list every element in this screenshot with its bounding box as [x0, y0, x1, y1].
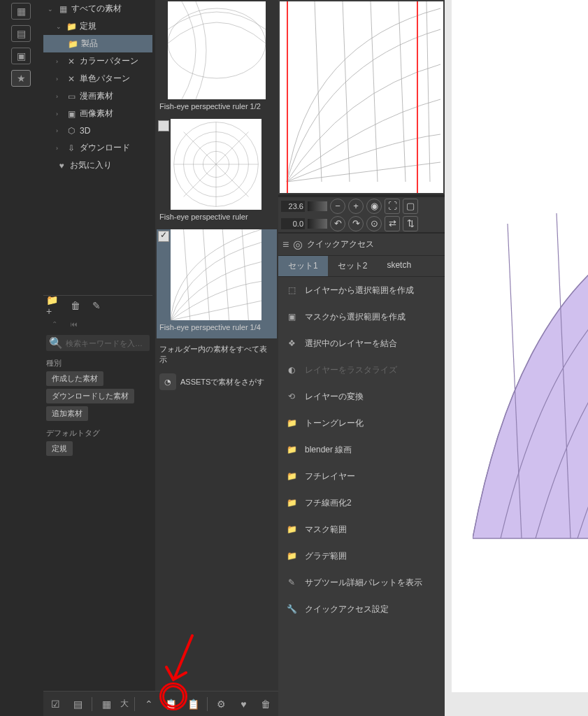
- qa-tab-set1[interactable]: セット1: [278, 256, 328, 276]
- tree-item-favorite[interactable]: ♥ お気に入り: [43, 157, 152, 174]
- qa-item-convert-layer[interactable]: ⟲レイヤーの変換: [278, 383, 445, 410]
- folder-icon: 📁: [67, 38, 78, 50]
- tag-ruler[interactable]: 定規: [46, 441, 73, 456]
- delete-folder-button[interactable]: 🗑: [67, 299, 84, 313]
- fit-button[interactable]: ◉: [366, 199, 382, 214]
- rotate-value[interactable]: 0.0: [281, 218, 305, 229]
- check-button[interactable]: ☑: [48, 696, 64, 713]
- divider: [92, 697, 92, 711]
- show-all-materials-link[interactable]: フォルダー内の素材をすべて表示: [155, 340, 278, 369]
- trash-button[interactable]: 🗑: [257, 696, 274, 713]
- settings-button[interactable]: ⚙: [213, 696, 230, 713]
- seek-icon[interactable]: ⏮: [66, 317, 83, 331]
- material-item[interactable]: Fish-eye perspective ruler: [157, 119, 277, 228]
- material-checkbox[interactable]: [158, 120, 169, 131]
- qa-item-selection-from-mask[interactable]: ▣マスクから選択範囲を作成: [278, 303, 445, 330]
- selection-icon: ⬚: [285, 284, 298, 296]
- folder-icon: 📁: [285, 470, 298, 482]
- fit-screen-button[interactable]: ⛶: [385, 199, 400, 214]
- actual-size-button[interactable]: ▢: [403, 199, 418, 214]
- search-input[interactable]: [66, 339, 150, 348]
- rotate-slider[interactable]: [308, 219, 327, 229]
- qa-item-selection-from-layer[interactable]: ⬚レイヤーから選択範囲を作成: [278, 277, 445, 303]
- rail-film-icon[interactable]: ▤: [11, 25, 31, 42]
- qa-item-rasterize[interactable]: ◐レイヤーをラスタライズ: [278, 357, 445, 383]
- quick-access-header: ≡ ◎ クイックアクセス: [278, 234, 445, 256]
- canvas-area: [445, 0, 588, 716]
- chevron-right-icon: ›: [56, 145, 63, 152]
- rail-page-icon[interactable]: ▣: [11, 48, 31, 64]
- qa-item-gradient-range[interactable]: 📁グラデ範囲: [278, 543, 445, 569]
- folder-icon: 📁: [285, 523, 298, 536]
- zoom-out-button[interactable]: −: [330, 199, 345, 214]
- flip-v-button[interactable]: ⇅: [403, 216, 418, 231]
- tag-added[interactable]: 追加素材: [46, 406, 88, 421]
- svg-line-9: [315, 1, 322, 182]
- tree-item-product[interactable]: 📁 製品: [43, 35, 152, 52]
- tree-item-label: 漫画素材: [80, 90, 113, 102]
- pen-icon: ✎: [285, 576, 298, 589]
- tag-downloaded[interactable]: ダウンロードした素材: [46, 389, 134, 403]
- size-label: 大: [120, 698, 129, 710]
- rotate-left-button[interactable]: ↶: [330, 216, 345, 231]
- flip-h-button[interactable]: ⇄: [385, 216, 400, 231]
- heart-icon: ♥: [56, 160, 67, 171]
- tree-item-mono-pattern[interactable]: › ✕ 単色パターン: [43, 70, 152, 87]
- canvas[interactable]: [452, 0, 588, 692]
- tree-item-3d[interactable]: › ⬡ 3D: [43, 122, 152, 139]
- list-view-button[interactable]: ▤: [70, 696, 87, 713]
- assets-search-link[interactable]: ◔ ASSETSで素材をさがす: [155, 369, 278, 394]
- paste-material-button[interactable]: 📋: [163, 696, 180, 713]
- collapse-icon[interactable]: ⌃: [46, 317, 63, 331]
- new-folder-button[interactable]: 📁+: [46, 299, 63, 313]
- material-bottom-bar: ☑ ▤ ▦ 大 ⌃ 📋 📋 ⚙ ♥ 🗑: [43, 691, 278, 716]
- qa-tab-sketch[interactable]: sketch: [377, 256, 421, 276]
- tree-root-label: すべての素材: [71, 3, 122, 15]
- qa-item-mask-range[interactable]: 📁マスク範囲: [278, 516, 445, 543]
- rail-star-icon[interactable]: ★: [11, 70, 31, 87]
- mask-icon: ▣: [285, 310, 298, 323]
- tree-item-color-pattern[interactable]: › ✕ カラーパターン: [43, 52, 152, 70]
- rail-grid-icon[interactable]: ▦: [11, 3, 31, 20]
- rotate-right-button[interactable]: ↷: [348, 216, 364, 231]
- menu-icon[interactable]: ≡: [282, 238, 289, 251]
- material-list-panel: Fish-eye perspective ruler 1/2 Fish-eye …: [155, 0, 278, 716]
- qa-item-edge-line2[interactable]: 📁フチ線画化2: [278, 489, 445, 516]
- edit-folder-button[interactable]: ✎: [88, 299, 105, 313]
- zoom-in-button[interactable]: +: [348, 199, 364, 214]
- reset-rotate-button[interactable]: ⊙: [366, 216, 382, 231]
- all-materials-icon: ▦: [57, 3, 69, 15]
- type-tags: 作成した素材 ダウンロードした素材 追加素材: [43, 371, 152, 424]
- material-item[interactable]: Fish-eye perspective ruler 1/2: [157, 1, 277, 117]
- tree-item-manga[interactable]: › ▭ 漫画素材: [43, 87, 152, 105]
- qa-item-blender[interactable]: 📁blender 線画: [278, 436, 445, 463]
- material-tree-panel: ⌄ ▦ すべての素材 ⌄ 📁 定規 📁 製品 › ✕ カラーパターン › ✕ 単…: [43, 0, 152, 294]
- material-thumbnail: [171, 119, 261, 210]
- material-item-selected[interactable]: Fish-eye perspective ruler 1/4: [157, 229, 277, 338]
- tree-item-label: カラーパターン: [80, 55, 138, 67]
- tree-item-label: 単色パターン: [80, 73, 130, 85]
- tree-item-ruler[interactable]: ⌄ 📁 定規: [43, 17, 152, 35]
- tag-created[interactable]: 作成した素材: [46, 371, 103, 386]
- material-thumbnail: [171, 229, 261, 320]
- favorite-button[interactable]: ♥: [236, 696, 252, 713]
- paste-disabled-button: 📋: [185, 696, 201, 713]
- zoom-slider[interactable]: [308, 201, 327, 211]
- tree-item-image[interactable]: › ▣ 画像素材: [43, 105, 152, 122]
- zoom-value[interactable]: 23.6: [281, 201, 305, 212]
- qa-item-subtool-detail[interactable]: ✎サブツール詳細パレットを表示: [278, 569, 445, 596]
- default-tags: 定規: [43, 441, 152, 459]
- material-label: Fish-eye perspective ruler 1/4: [157, 320, 277, 338]
- qa-tab-set2[interactable]: セット2: [328, 256, 378, 276]
- qa-item-merge-layers[interactable]: ❖選択中のレイヤーを結合: [278, 330, 445, 357]
- qa-item-settings[interactable]: 🔧クイックアクセス設定: [278, 596, 445, 622]
- qa-item-tone-gray[interactable]: 📁トーングレー化: [278, 410, 445, 436]
- qa-item-edge-layer[interactable]: 📁フチレイヤー: [278, 463, 445, 489]
- divider: [207, 697, 208, 711]
- collapse-up-button[interactable]: ⌃: [141, 696, 157, 713]
- navigator-preview[interactable]: [278, 0, 445, 194]
- tree-root[interactable]: ⌄ ▦ すべての素材: [43, 0, 152, 17]
- tree-item-download[interactable]: › ⇩ ダウンロード: [43, 139, 152, 157]
- grid-view-button[interactable]: ▦: [98, 696, 115, 713]
- material-checkbox[interactable]: [158, 231, 169, 242]
